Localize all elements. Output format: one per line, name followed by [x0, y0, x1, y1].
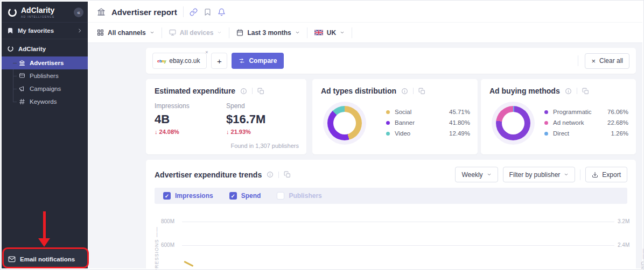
- app-window: AdClarity AD INTELLIGENCE « My favorites…: [0, 0, 644, 270]
- legend-label: Ad network: [553, 119, 599, 126]
- legend-value: 1.26%: [603, 130, 628, 137]
- legend-row: Ad network22.68%: [544, 119, 628, 126]
- filter-by-publisher-dropdown[interactable]: Filter by publisher: [503, 167, 576, 182]
- clear-x-icon: ×: [591, 57, 596, 65]
- bookmark-icon[interactable]: [204, 8, 212, 16]
- bank-icon: [97, 8, 106, 16]
- granularity-dropdown[interactable]: Weekly: [455, 167, 498, 182]
- granularity-label: Weekly: [461, 171, 482, 179]
- toggle-impressions[interactable]: ✓ Impressions: [163, 192, 213, 200]
- legend-row: Direct1.26%: [544, 130, 628, 137]
- y-axis-tick-right: 2.4M: [618, 242, 629, 248]
- export-button[interactable]: Export: [585, 167, 627, 182]
- copy-icon[interactable]: [284, 171, 291, 178]
- divider: [183, 6, 184, 17]
- main-area: Advertiser report All channels All devic…: [88, 2, 642, 268]
- checkbox-checked-icon: ✓: [229, 192, 237, 200]
- legend-row: Banner41.80%: [386, 119, 470, 126]
- legend-dot: [544, 110, 548, 114]
- toggle-label: Spend: [241, 192, 261, 200]
- sidebar-spacer: [2, 108, 88, 250]
- bank-icon: [19, 60, 25, 66]
- divider: [162, 27, 162, 38]
- clear-all-wrap: × Clear all: [578, 53, 629, 69]
- sidebar-item-keywords[interactable]: Keywords: [2, 95, 88, 108]
- channels-filter-label: All channels: [108, 29, 146, 37]
- chevron-down-icon: [150, 30, 155, 35]
- chevron-right-icon: [77, 28, 82, 33]
- info-icon[interactable]: [267, 171, 274, 178]
- copy-icon[interactable]: [582, 88, 589, 95]
- compare-bar: ebay ebay.co.uk × + Compare × Clear all: [146, 48, 636, 74]
- impressions-delta: ↓ 24.08%: [155, 129, 226, 135]
- ad-types-donut-chart: [327, 106, 362, 140]
- copy-icon[interactable]: [257, 88, 264, 95]
- date-range-filter[interactable]: Last 3 months: [236, 29, 299, 37]
- legend-dot: [544, 132, 548, 136]
- toggle-publishers[interactable]: Publishers: [277, 192, 321, 200]
- sidebar: AdClarity AD INTELLIGENCE « My favorites…: [2, 2, 88, 268]
- legend-dot: [544, 121, 548, 125]
- impressions-label: Impressions: [155, 102, 226, 110]
- adclarity-logo-icon: [7, 7, 18, 18]
- country-filter[interactable]: UK: [314, 29, 345, 37]
- share-link-icon[interactable]: [190, 8, 198, 16]
- sidebar-tree: Advertisers Publishers Campaigns Keyword…: [2, 56, 88, 108]
- card-title: Ad buying methods: [489, 87, 560, 95]
- filter-by-publisher-label: Filter by publisher: [509, 171, 561, 179]
- y-axis-tick-left: 600M: [161, 242, 174, 248]
- top-bar: Advertiser report: [88, 2, 642, 22]
- y-axis-tick-left: 800M: [161, 218, 174, 224]
- sidebar-item-publishers[interactable]: Publishers: [2, 69, 88, 82]
- sidebar-item-my-favorites[interactable]: My favorites: [2, 22, 88, 39]
- card-title: Advertiser expenditure trends: [155, 170, 262, 179]
- export-label: Export: [602, 171, 621, 179]
- add-competitor-button[interactable]: +: [211, 53, 227, 69]
- grid-icon: [97, 29, 104, 36]
- compare-button-label: Compare: [249, 57, 277, 65]
- divider: [252, 88, 253, 94]
- clear-all-button[interactable]: × Clear all: [585, 53, 629, 69]
- email-notifications-label: Email notifications: [20, 256, 75, 262]
- channels-filter[interactable]: All channels: [97, 29, 155, 37]
- sidebar-section-adclarity[interactable]: AdClarity: [2, 39, 88, 55]
- card-title: Ad types distribution: [321, 87, 396, 95]
- sidebar-item-campaigns[interactable]: Campaigns: [2, 82, 88, 95]
- spend-metric: Spend $16.7M ↓ 21.93%: [226, 102, 298, 135]
- adclarity-ring-icon: [7, 45, 14, 52]
- envelope-icon: [8, 255, 16, 263]
- divider: [580, 169, 580, 180]
- page-title: Advertiser report: [111, 8, 177, 17]
- bell-icon[interactable]: [218, 8, 226, 16]
- email-notifications-button[interactable]: Email notifications: [2, 250, 88, 268]
- country-filter-label: UK: [327, 29, 336, 37]
- legend-label: Social: [395, 109, 441, 115]
- remove-competitor-icon[interactable]: ×: [205, 49, 208, 55]
- y-axis-tick-right: 3.2M: [618, 218, 629, 224]
- compare-button[interactable]: Compare: [232, 53, 284, 69]
- y-axis-label-impressions: IMPRESSIONS ——: [154, 226, 159, 270]
- info-icon[interactable]: [240, 88, 247, 95]
- info-icon[interactable]: [401, 88, 408, 95]
- estimated-expenditure-card: Estimated expenditure Impressions 4B ↓ 2…: [146, 79, 306, 154]
- sidebar-item-label: Advertisers: [30, 60, 64, 66]
- competitor-chip[interactable]: ebay ebay.co.uk ×: [152, 53, 207, 69]
- gridline: [182, 245, 614, 246]
- devices-icon: [169, 29, 176, 36]
- brand-name: AdClarity: [21, 6, 54, 14]
- brand: AdClarity AD INTELLIGENCE: [21, 6, 54, 18]
- megaphone-icon: [19, 86, 25, 92]
- legend-label: Video: [395, 130, 441, 137]
- toggle-spend[interactable]: ✓ Spend: [229, 192, 261, 200]
- ad-buying-legend: Programmatic76.06% Ad network22.68% Dire…: [544, 102, 628, 137]
- sidebar-item-label: Campaigns: [30, 86, 61, 92]
- sidebar-collapse-button[interactable]: «: [74, 8, 83, 17]
- info-icon[interactable]: [565, 88, 572, 95]
- ad-types-card: Ad types distribution Social45.71% Banne…: [312, 79, 478, 154]
- legend-dot: [386, 121, 390, 125]
- sidebar-item-advertisers[interactable]: Advertisers: [2, 56, 88, 69]
- spend-label: Spend: [226, 102, 298, 110]
- legend-row: Programmatic76.06%: [544, 109, 628, 115]
- copy-icon[interactable]: [418, 88, 425, 95]
- toggle-label: Impressions: [175, 192, 213, 200]
